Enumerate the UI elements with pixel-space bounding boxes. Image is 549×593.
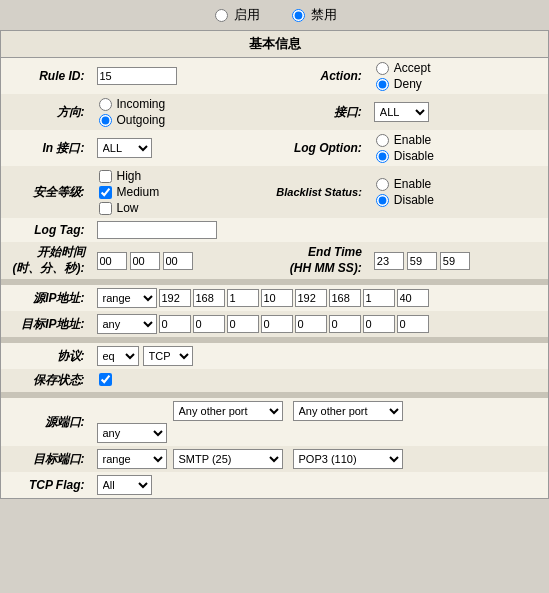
direction-incoming-radio[interactable] [99,98,112,111]
in-interface-select[interactable]: ALL [97,138,152,158]
security-high-label: High [117,169,142,183]
blacklist-disable-radio[interactable] [376,194,389,207]
action-label: Action: [270,58,368,95]
src-ip1-oct3[interactable] [227,289,259,307]
tcp-flag-cell: All SYN ACK FIN [91,472,549,499]
dst-ip1-oct3[interactable] [227,315,259,333]
end-time-cell [368,242,549,279]
disable-radio-label[interactable]: 禁用 [290,6,337,24]
start-ss-input[interactable] [163,252,193,270]
log-tag-input[interactable] [97,221,217,239]
security-low-label: Low [117,201,139,215]
security-low-cb[interactable] [99,202,112,215]
src-ip2-oct3[interactable] [363,289,395,307]
protocol-cell: eq neq TCP UDP ICMP [91,343,549,369]
end-mm-input[interactable] [407,252,437,270]
src-ip2-oct1[interactable] [295,289,327,307]
dst-port-cell: range any eq SMTP (25) Any other port PO… [91,446,549,472]
src-ip2-oct4[interactable] [397,289,429,307]
dst-port-type-select[interactable]: range any eq [97,449,167,469]
interface-select[interactable]: ALL [374,102,429,122]
security-medium-label: Medium [117,185,160,199]
tcp-flag-select[interactable]: All SYN ACK FIN [97,475,152,495]
in-interface-cell: ALL [91,130,271,166]
dst-ip2-oct2[interactable] [329,315,361,333]
src-ip1-oct2[interactable] [193,289,225,307]
src-ip1-oct1[interactable] [159,289,191,307]
log-tag-label: Log Tag: [1,218,91,242]
end-ss-input[interactable] [440,252,470,270]
tcp-flag-row: TCP Flag: All SYN ACK FIN [1,472,549,499]
enable-radio[interactable] [215,9,228,22]
dst-ip-type-select[interactable]: any range host [97,314,157,334]
direction-cell: Incoming Outgoing [91,94,271,130]
in-interface-label: In 接口: [1,130,91,166]
start-hh-input[interactable] [97,252,127,270]
interface-cell: ALL [368,94,549,130]
end-time-label: End Time(HH MM SS): [270,242,368,279]
blacklist-enable-radio[interactable] [376,178,389,191]
log-enable-label: Enable [394,133,431,147]
direction-row: 方向: Incoming Outgoing 接口: ALL [1,94,549,130]
start-mm-input[interactable] [130,252,160,270]
log-tag-row: Log Tag: [1,218,549,242]
src-ip1-oct4[interactable] [261,289,293,307]
enable-radio-label[interactable]: 启用 [213,6,260,24]
dst-port1-select[interactable]: SMTP (25) Any other port [173,449,283,469]
enable-label: 启用 [234,6,260,24]
protocol-op-select[interactable]: eq neq [97,346,139,366]
src-ip-label: 源IP地址: [1,285,91,311]
rule-id-input[interactable] [97,67,177,85]
disable-radio[interactable] [292,9,305,22]
protocol-label: 协议: [1,343,91,369]
direction-outgoing-radio[interactable] [99,114,112,127]
rule-id-label: Rule ID: [1,58,91,95]
src-port-type-select[interactable]: any range eq [97,423,167,443]
dst-port2-select[interactable]: POP3 (110) Any other port [293,449,403,469]
src-port2-select[interactable]: Any other port [293,401,403,421]
dst-ip-row: 目标IP地址: any range host [1,311,549,337]
src-port-label: 源端口: [1,398,91,446]
log-enable-radio[interactable] [376,134,389,147]
in-interface-row: In 接口: ALL Log Option: Enable Disable [1,130,549,166]
dst-ip2-oct4[interactable] [397,315,429,333]
blacklist-label: Blacklist Status: [270,166,368,218]
log-option-label: Log Option: [270,130,368,166]
dst-ip2-oct1[interactable] [295,315,327,333]
src-ip-type-select[interactable]: range any host [97,288,157,308]
incoming-label: Incoming [117,97,166,111]
src-ip2-oct2[interactable] [329,289,361,307]
end-hh-input[interactable] [374,252,404,270]
log-disable-radio[interactable] [376,150,389,163]
dst-ip1-oct1[interactable] [159,315,191,333]
action-accept-label: Accept [394,61,431,75]
save-state-label: 保存状态: [1,369,91,392]
security-high-cb[interactable] [99,170,112,183]
dst-port-label: 目标端口: [1,446,91,472]
time-row: 开始时间(时、分、秒): End Time(HH MM SS): [1,242,549,279]
dst-ip2-oct3[interactable] [363,315,395,333]
action-deny-label: Deny [394,77,422,91]
security-cell: High Medium Low [91,166,271,218]
dst-ip-cell: any range host [91,311,549,337]
rule-id-row: Rule ID: Action: Accept Deny [1,58,549,95]
main-form-table: Rule ID: Action: Accept Deny 方向: [0,57,549,499]
direction-label: 方向: [1,94,91,130]
disable-label: 禁用 [311,6,337,24]
save-state-checkbox[interactable] [99,373,112,386]
dst-ip1-oct2[interactable] [193,315,225,333]
blacklist-cell: Enable Disable [368,166,549,218]
protocol-select[interactable]: TCP UDP ICMP [143,346,193,366]
blacklist-enable-label: Enable [394,177,431,191]
log-tag-cell [91,218,549,242]
dst-ip1-oct4[interactable] [261,315,293,333]
action-accept-radio[interactable] [376,62,389,75]
src-ip-row: 源IP地址: range any host [1,285,549,311]
src-ip-cell: range any host [91,285,549,311]
action-deny-radio[interactable] [376,78,389,91]
security-medium-cb[interactable] [99,186,112,199]
src-port1-select[interactable]: Any other port [173,401,283,421]
interface-label: 接口: [270,94,368,130]
log-disable-label: Disable [394,149,434,163]
blacklist-disable-label: Disable [394,193,434,207]
